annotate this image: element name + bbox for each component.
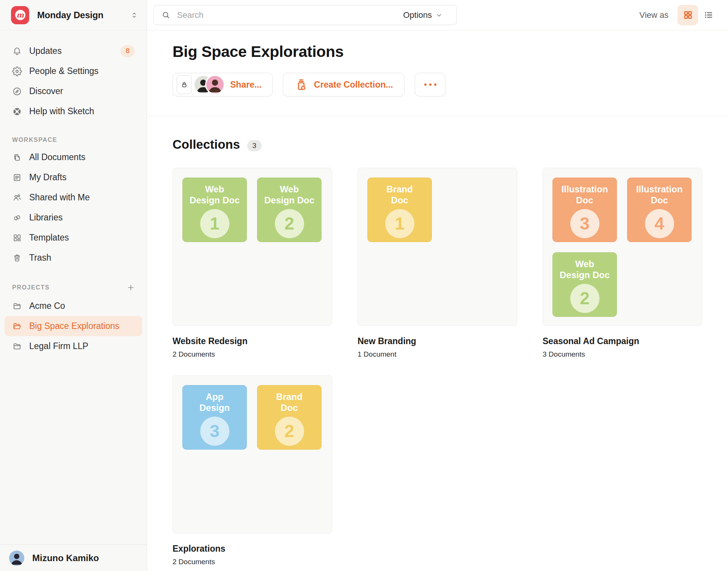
- section-divider: [147, 116, 728, 116]
- sidebar-item-big-space-explorations[interactable]: Big Space Explorations: [5, 316, 142, 336]
- collection-doc-count: 3 Documents: [543, 350, 702, 359]
- sidebar-item-trash[interactable]: Trash: [5, 248, 142, 268]
- document-tile: IllustrationDoc4: [627, 178, 692, 242]
- sidebar-item-my-drafts[interactable]: My Drafts: [5, 167, 142, 187]
- trash-icon: [12, 253, 22, 263]
- collection-doc-count: 1 Document: [358, 350, 517, 359]
- document-tile-number: 1: [200, 209, 229, 238]
- sidebar-item-label: Legal Firm LLP: [29, 341, 88, 351]
- user-account-row[interactable]: Mizuno Kamiko: [0, 544, 147, 571]
- rings-icon: [12, 213, 22, 223]
- sidebar-item-legal-firm-llp[interactable]: Legal Firm LLP: [5, 336, 142, 356]
- folder-icon: [12, 301, 22, 311]
- sidebar: m Monday Design Updates8People & Setting…: [0, 0, 147, 571]
- search-input[interactable]: [176, 10, 403, 20]
- document-tile-title: BrandDoc: [276, 391, 302, 414]
- workspace-name: Monday Design: [37, 10, 104, 20]
- sidebar-item-label: All Documents: [29, 152, 85, 162]
- topbar: Options View as: [147, 0, 728, 30]
- search-options-label: Options: [403, 10, 432, 20]
- folder-icon: [12, 341, 22, 351]
- avatar: [206, 76, 224, 93]
- document-tile-title: WebDesign Doc: [190, 184, 240, 206]
- collection-card[interactable]: AppDesign3BrandDoc2: [173, 375, 332, 533]
- main-area: Options View as Big Space Explorations: [147, 0, 728, 571]
- add-project-button[interactable]: [126, 283, 135, 292]
- document-tile-title: IllustrationDoc: [562, 184, 608, 206]
- document-tile-number: 2: [275, 209, 304, 238]
- collection-title: Explorations: [173, 544, 332, 554]
- life-ring-icon: [12, 107, 22, 116]
- gear-icon: [12, 66, 22, 76]
- document-tile: WebDesign Doc2: [257, 178, 322, 242]
- create-collection-button[interactable]: Create Collection...: [283, 73, 405, 96]
- updates-count-badge: 8: [121, 45, 135, 57]
- section-title: WORKSPACE: [12, 137, 57, 143]
- dots-icon: [429, 83, 431, 86]
- user-avatar: [9, 551, 24, 566]
- create-collection-icon: [295, 78, 308, 91]
- document-tile: AppDesign3: [182, 385, 247, 450]
- sidebar-item-acme-co[interactable]: Acme Co: [5, 296, 142, 316]
- lock-icon: [180, 80, 188, 89]
- sidebar-item-label: Help with Sketch: [29, 106, 94, 116]
- view-toggle-group: View as: [639, 5, 719, 25]
- sidebar-item-all-documents[interactable]: All Documents: [5, 147, 142, 167]
- sidebar-item-label: Shared with Me: [29, 192, 90, 203]
- collection-title: Website Redesign: [173, 336, 332, 346]
- collection-block: WebDesign Doc1WebDesign Doc2Website Rede…: [173, 168, 332, 359]
- grid-view-button[interactable]: [678, 5, 698, 25]
- list-view-icon: [703, 10, 714, 20]
- collection-block: IllustrationDoc3IllustrationDoc4WebDesig…: [543, 168, 702, 359]
- app-window: m Monday Design Updates8People & Setting…: [0, 0, 728, 571]
- chevron-up-down-icon: [130, 11, 138, 19]
- sidebar-item-discover[interactable]: Discover: [5, 81, 142, 101]
- dots-icon: [424, 83, 427, 86]
- sidebar-item-label: Discover: [29, 86, 63, 96]
- document-tile-number: 2: [570, 284, 599, 313]
- search-options-button[interactable]: Options: [403, 10, 449, 20]
- sidebar-item-templates[interactable]: Templates: [5, 228, 142, 248]
- sidebar-item-updates[interactable]: Updates8: [5, 41, 142, 61]
- share-button[interactable]: Share...: [173, 73, 273, 96]
- document-tile-title: BrandDoc: [386, 184, 413, 206]
- sidebar-item-label: Templates: [29, 233, 69, 243]
- sidebar-nav: Updates8People & SettingsDiscoverHelp wi…: [0, 30, 147, 356]
- sidebar-item-libraries[interactable]: Libraries: [5, 208, 142, 228]
- collection-card[interactable]: BrandDoc1: [358, 168, 517, 326]
- document-tile-title: IllustrationDoc: [636, 184, 683, 206]
- collection-card[interactable]: WebDesign Doc1WebDesign Doc2: [173, 168, 332, 326]
- draft-icon: [12, 173, 22, 182]
- collection-doc-count: 2 Documents: [173, 350, 332, 359]
- collection-card[interactable]: IllustrationDoc3IllustrationDoc4WebDesig…: [543, 168, 702, 326]
- share-button-label: Share...: [230, 80, 262, 90]
- document-tile-number: 2: [275, 417, 304, 446]
- search-icon: [162, 11, 170, 19]
- sidebar-item-label: Big Space Explorations: [29, 321, 119, 331]
- documents-icon: [12, 153, 22, 162]
- more-options-button[interactable]: [415, 73, 446, 96]
- sidebar-item-help-with-sketch[interactable]: Help with Sketch: [5, 101, 142, 121]
- dots-icon: [434, 83, 436, 86]
- people-icon: [12, 193, 22, 203]
- document-tile: WebDesign Doc2: [552, 252, 617, 317]
- workspace-switcher[interactable]: m Monday Design: [0, 0, 147, 30]
- document-tile: BrandDoc1: [367, 178, 432, 242]
- sidebar-item-label: My Drafts: [29, 172, 66, 182]
- sidebar-item-people-settings[interactable]: People & Settings: [5, 61, 142, 81]
- collection-title: Seasonal Ad Campaign: [543, 336, 702, 346]
- section-header-projects: PROJECTS: [12, 283, 138, 292]
- sidebar-item-label: Acme Co: [29, 301, 65, 311]
- document-tile-number: 3: [200, 417, 229, 446]
- sidebar-item-label: People & Settings: [29, 66, 99, 76]
- page-title: Big Space Explorations: [173, 43, 728, 61]
- sidebar-item-shared-with-me[interactable]: Shared with Me: [5, 187, 142, 208]
- bell-icon: [12, 46, 22, 56]
- sidebar-item-label: Libraries: [29, 212, 63, 223]
- document-tile-number: 1: [385, 209, 414, 238]
- document-tile-title: WebDesign Doc: [560, 258, 610, 281]
- section-header-workspace: WORKSPACE: [12, 137, 138, 143]
- list-view-button[interactable]: [698, 5, 719, 25]
- collections-header: Collections 3: [173, 137, 728, 152]
- search-bar: Options: [154, 5, 457, 25]
